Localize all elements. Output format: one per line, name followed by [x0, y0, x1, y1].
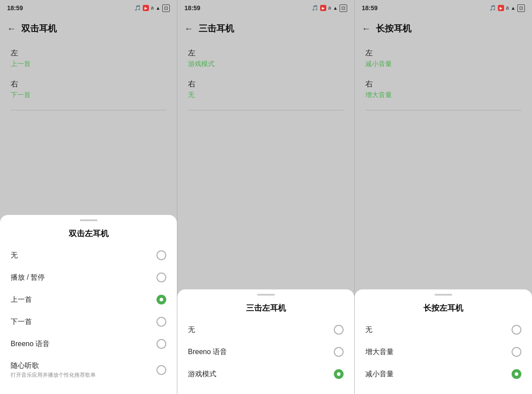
radio-button[interactable]	[512, 347, 521, 357]
settings-area: 左 减小音量 右 增大音量	[355, 41, 532, 289]
music-note-icon: 🎵	[312, 5, 318, 11]
wifi-icon: ▲	[511, 5, 516, 11]
option-text: Breeno 语音	[188, 347, 227, 357]
battery-icon: ⊡	[517, 4, 525, 12]
setting-item-0[interactable]: 左 上一首	[11, 48, 166, 68]
option-item-2[interactable]: 游戏模式	[177, 363, 354, 385]
option-item-1[interactable]: 增大音量	[355, 341, 532, 363]
wifi-icon: ▲	[333, 5, 338, 11]
status-time: 18:59	[7, 4, 23, 12]
option-text: 无	[11, 251, 18, 260]
option-item-4[interactable]: Breeno 语音	[0, 333, 177, 355]
option-label: 游戏模式	[188, 370, 216, 379]
radio-button[interactable]	[156, 273, 166, 282]
status-icons: 🎵 ▶ ล ▲ ⊡	[489, 4, 525, 12]
option-label: 增大音量	[365, 347, 394, 357]
media-icon: ▶	[320, 5, 326, 11]
option-text: 随心听歌 打开音乐应用并播放个性化推荐歌单	[11, 361, 96, 379]
option-text: Breeno 语音	[11, 339, 50, 349]
setting-item-0[interactable]: 左 减小音量	[365, 48, 521, 68]
divider	[11, 110, 166, 110]
phone-panel-2: 18:59 🎵 ▶ ล ▲ ⊡ ← 长按耳机 左 减小音量 右 增大音量	[355, 0, 532, 394]
option-text: 减小音量	[365, 370, 394, 379]
back-button[interactable]: ←	[184, 23, 193, 34]
radio-button[interactable]	[334, 369, 344, 379]
status-icons: 🎵 ▶ ล ▲ ⊡	[312, 4, 347, 12]
option-text: 增大音量	[365, 347, 394, 357]
radio-button[interactable]	[512, 369, 521, 379]
option-item-0[interactable]: 无	[355, 319, 532, 341]
setting-item-0[interactable]: 左 游戏模式	[188, 48, 344, 68]
status-time: 18:59	[184, 4, 200, 12]
status-time: 18:59	[362, 4, 378, 12]
media-icon: ▶	[498, 5, 504, 11]
radio-button[interactable]	[334, 347, 344, 357]
top-bar: ← 三击耳机	[177, 16, 354, 41]
setting-item-1[interactable]: 右 增大音量	[365, 79, 521, 99]
setting-label: 左	[11, 48, 166, 58]
option-label: 无	[365, 325, 372, 335]
setting-value: 无	[188, 91, 344, 99]
setting-label: 左	[188, 48, 344, 58]
option-label: Breeno 语音	[11, 339, 50, 349]
option-item-0[interactable]: 无	[177, 319, 354, 341]
wifi-icon: ▲	[156, 5, 160, 11]
divider	[188, 110, 344, 110]
status-icons: 🎵 ▶ ล ▲ ⊡	[134, 4, 170, 12]
radio-button[interactable]	[156, 250, 166, 260]
option-text: 游戏模式	[188, 370, 216, 379]
option-item-0[interactable]: 无	[0, 244, 177, 266]
setting-label: 右	[365, 79, 521, 89]
option-label: Breeno 语音	[188, 347, 227, 357]
option-item-2[interactable]: 减小音量	[355, 363, 532, 385]
setting-item-1[interactable]: 右 无	[188, 79, 344, 99]
back-button[interactable]: ←	[7, 23, 16, 34]
setting-label: 右	[11, 79, 166, 89]
option-label: 随心听歌	[11, 361, 96, 371]
radio-button[interactable]	[156, 365, 166, 375]
setting-value: 游戏模式	[188, 60, 344, 68]
option-text: 播放 / 暂停	[11, 273, 45, 282]
status-bar: 18:59 🎵 ▶ ล ▲ ⊡	[0, 0, 177, 16]
radio-button[interactable]	[156, 295, 166, 304]
top-bar: ← 长按耳机	[355, 16, 532, 41]
radio-button[interactable]	[156, 317, 166, 327]
radio-button[interactable]	[334, 325, 344, 335]
setting-item-1[interactable]: 右 下一首	[11, 79, 166, 99]
radio-button[interactable]	[512, 325, 521, 335]
sheet-title: 三击左耳机	[177, 296, 354, 319]
option-item-1[interactable]: 播放 / 暂停	[0, 266, 177, 289]
option-text: 无	[365, 325, 372, 335]
option-label: 下一首	[11, 317, 32, 327]
settings-area: 左 游戏模式 右 无	[177, 41, 354, 289]
media-icon: ▶	[143, 5, 149, 11]
option-text: 下一首	[11, 317, 32, 327]
option-label: 无	[11, 251, 18, 260]
option-item-3[interactable]: 下一首	[0, 311, 177, 333]
option-label: 减小音量	[365, 370, 394, 379]
page-title: 长按耳机	[376, 23, 411, 35]
bottom-sheet: 长按左耳机 无 增大音量 减小音量	[355, 289, 532, 394]
page-title: 双击耳机	[21, 23, 57, 35]
option-item-2[interactable]: 上一首	[0, 289, 177, 311]
signal-icon: ล	[506, 4, 509, 12]
setting-value: 减小音量	[365, 60, 521, 68]
option-item-1[interactable]: Breeno 语音	[177, 341, 354, 363]
top-bar: ← 双击耳机	[0, 16, 177, 41]
phone-panel-0: 18:59 🎵 ▶ ล ▲ ⊡ ← 双击耳机 左 上一首 右 下一首	[0, 0, 177, 394]
setting-value: 下一首	[11, 91, 166, 99]
option-sublabel: 打开音乐应用并播放个性化推荐歌单	[11, 371, 96, 379]
sheet-title: 长按左耳机	[355, 296, 532, 319]
option-item-5[interactable]: 随心听歌 打开音乐应用并播放个性化推荐歌单	[0, 355, 177, 385]
sheet-title: 双击左耳机	[0, 221, 177, 244]
back-button[interactable]: ←	[362, 23, 371, 34]
radio-button[interactable]	[156, 339, 166, 349]
settings-area: 左 上一首 右 下一首	[0, 41, 177, 215]
option-label: 上一首	[11, 295, 32, 304]
music-note-icon: 🎵	[489, 5, 496, 11]
option-label: 无	[188, 325, 195, 335]
setting-label: 左	[365, 48, 521, 58]
setting-value: 增大音量	[365, 91, 521, 99]
option-text: 上一首	[11, 295, 32, 304]
battery-icon: ⊡	[162, 4, 170, 12]
